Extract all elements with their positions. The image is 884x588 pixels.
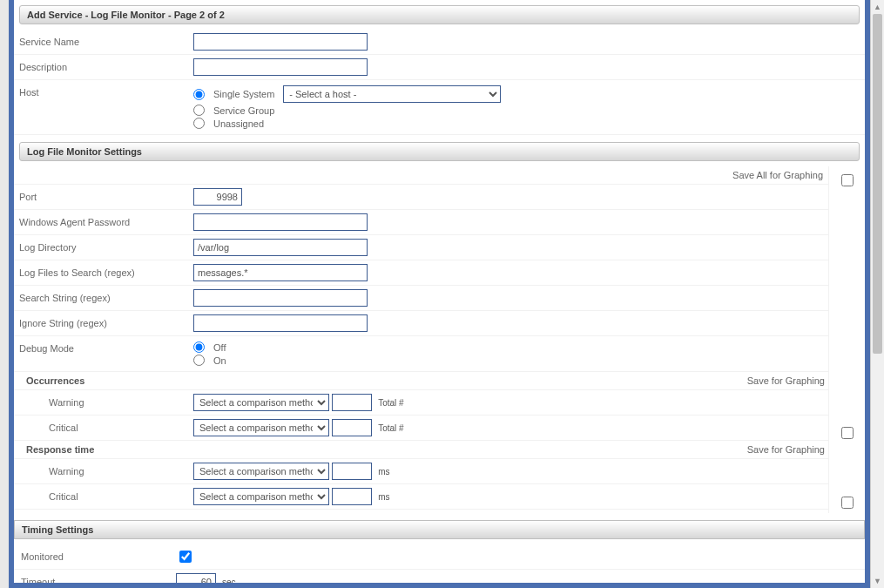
debug-on-label: On [213,355,226,366]
occurrences-warning-unit: Total # [375,398,403,408]
vertical-scrollbar[interactable]: ▲ ▼ [870,0,884,588]
occurrences-warning-label: Warning [14,390,188,416]
log-directory-input[interactable] [193,239,368,256]
occurrences-critical-value[interactable] [332,419,372,436]
response-warning-value[interactable] [332,463,372,480]
response-warning-unit: ms [375,467,389,476]
save-all-graphing-checkbox[interactable] [841,174,854,186]
host-service-group-label: Service Group [213,105,274,116]
debug-off-label: Off [213,342,226,353]
form-page: Add Service - Log File Monitor - Page 2 … [14,0,865,583]
occurrences-critical-comparison[interactable]: Select a comparison method [193,419,329,436]
log-files-input[interactable] [193,264,368,281]
host-select[interactable]: - Select a host - [283,85,501,103]
service-name-input[interactable] [193,33,368,51]
port-input[interactable] [193,188,242,206]
response-critical-comparison[interactable]: Select a comparison method [193,488,329,505]
response-time-header: Response time [14,441,188,459]
agent-password-input[interactable] [193,213,368,231]
search-string-label: Search String (regex) [14,286,188,311]
response-critical-unit: ms [375,492,389,502]
scroll-down-arrow-icon[interactable]: ▼ [871,574,884,588]
settings-header: Log File Monitor Settings [19,142,860,161]
response-warning-comparison[interactable]: Select a comparison method [193,463,329,480]
monitor-settings-table: Save All for Graphing Port Windows Agent… [14,166,828,510]
occurrences-header: Occurrences [14,372,188,390]
save-all-graphing-label: Save All for Graphing [14,166,828,185]
response-critical-label: Critical [14,484,188,510]
host-single-system-radio[interactable] [193,89,205,100]
debug-off-radio[interactable] [193,341,205,353]
log-directory-label: Log Directory [14,235,188,260]
timeout-unit: sec. [219,578,238,583]
timing-settings-table: Monitored Timeout sec. [14,544,865,583]
response-critical-value[interactable] [332,488,372,505]
port-label: Port [14,185,188,210]
host-single-system-label: Single System [213,89,274,99]
host-label: Host [14,80,188,135]
occurrences-save-label: Save for Graphing [188,372,828,390]
monitored-label: Monitored [14,544,171,570]
description-input[interactable] [193,58,368,76]
log-files-label: Log Files to Search (regex) [14,260,188,286]
response-graphing-checkbox[interactable] [841,497,854,509]
monitored-checkbox[interactable] [179,551,192,563]
host-unassigned-label: Unassigned [213,118,264,129]
debug-on-radio[interactable] [193,355,205,366]
agent-password-label: Windows Agent Password [14,210,188,235]
host-service-group-radio[interactable] [193,105,205,116]
occurrences-warning-value[interactable] [332,394,372,411]
ignore-string-label: Ignore String (regex) [14,311,188,336]
timing-header: Timing Settings [14,520,865,539]
occurrences-critical-label: Critical [14,416,188,441]
description-label: Description [14,55,188,80]
occurrences-warning-comparison[interactable]: Select a comparison method [193,394,329,411]
host-unassigned-radio[interactable] [193,118,205,129]
response-warning-label: Warning [14,459,188,484]
basic-settings-table: Service Name Description Host [14,30,865,135]
timeout-label: Timeout [14,570,171,584]
scroll-thumb[interactable] [873,14,882,354]
occurrences-critical-unit: Total # [375,423,403,433]
timeout-input[interactable] [176,573,216,583]
ignore-string-input[interactable] [193,314,368,332]
service-name-label: Service Name [14,30,188,55]
response-save-label: Save for Graphing [188,441,828,459]
search-string-input[interactable] [193,289,368,307]
debug-mode-label: Debug Mode [14,336,188,372]
scroll-up-arrow-icon[interactable]: ▲ [871,0,884,14]
occurrences-graphing-checkbox[interactable] [841,427,854,439]
page-title: Add Service - Log File Monitor - Page 2 … [19,5,860,24]
